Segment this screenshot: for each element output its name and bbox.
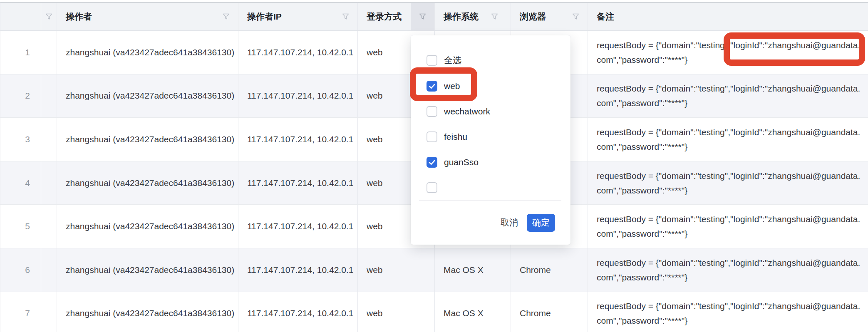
cell-remark: requestBody = {"domain":"testing","login… [588,205,868,248]
row-index: 3 [0,118,41,161]
cell-operator-ip: 117.147.107.214, 10.42.0.1 [238,205,357,248]
column-title-operator-ip: 操作者IP [247,11,342,22]
cell-remark: requestBody = {"domain":"testing","login… [588,161,868,205]
table-row: 7 zhangshuai (va423427adec641a38436130) … [0,292,868,332]
cell-remark: requestBody = {"domain":"testing","login… [588,292,868,332]
column-title-login-method: 登录方式 [358,11,411,22]
checkbox[interactable] [427,131,437,142]
cell-operator: zhangshuai (va423427adec641a38436130) [57,248,238,292]
checkbox[interactable] [427,157,437,168]
cell-operator-ip: 117.147.107.214, 10.42.0.1 [238,292,357,332]
cell-operator-ip: 117.147.107.214, 10.42.0.1 [238,161,357,205]
cell-prefilter [41,118,57,161]
cancel-button[interactable]: 取消 [501,217,518,228]
annotation-box-loginid [724,32,865,66]
header-cell-operator-ip: 操作者IP [238,3,357,30]
filter-option-label: guanSso [444,157,479,167]
cell-operator-ip: 117.147.107.214, 10.42.0.1 [238,74,357,118]
filter-dropdown: 全选 web wechatwork feishu guanSso [411,35,570,245]
cell-operator-ip: 117.147.107.214, 10.42.0.1 [238,31,357,74]
cell-login-method: web [357,248,434,292]
confirm-button[interactable]: 确定 [527,214,555,232]
filter-icon[interactable] [342,13,349,20]
cell-prefilter [41,31,57,74]
table-header: 操作者 操作者IP 登录方式 操作系统 浏览器 [0,2,868,31]
cell-prefilter [41,292,57,332]
column-title-remark: 备注 [597,11,868,22]
checkbox[interactable] [427,106,437,117]
checkbox[interactable] [427,55,437,66]
cell-remark: requestBody = {"domain":"testing","login… [588,118,868,161]
table-row: 6 zhangshuai (va423427adec641a38436130) … [0,248,868,292]
header-cell-prefilter [41,3,57,30]
cell-prefilter [41,161,57,205]
filter-icon[interactable] [223,13,230,20]
filter-icon[interactable] [45,13,52,20]
cell-os: Mac OS X [434,292,511,332]
row-index: 7 [0,292,41,332]
filter-icon[interactable] [491,13,498,20]
filter-icon[interactable] [572,13,579,20]
cell-operator-ip: 117.147.107.214, 10.42.0.1 [238,118,357,161]
checkbox[interactable] [427,182,437,193]
row-index: 5 [0,205,41,248]
header-cell-login-method: 登录方式 [357,3,434,30]
cell-operator: zhangshuai (va423427adec641a38436130) [57,74,238,118]
filter-option-empty[interactable] [411,175,570,200]
cell-operator-ip: 117.147.107.214, 10.42.0.1 [238,248,357,292]
cell-operator: zhangshuai (va423427adec641a38436130) [57,292,238,332]
filter-option-label: feishu [444,132,467,142]
row-index: 4 [0,161,41,205]
row-index: 2 [0,74,41,118]
header-cell-operator: 操作者 [57,3,238,30]
filter-option-label: wechatwork [444,107,490,116]
header-cell-remark: 备注 [588,3,868,30]
filter-icon-active[interactable] [419,13,426,20]
filter-option-feishu[interactable]: feishu [411,124,570,149]
filter-option-wechatwork[interactable]: wechatwork [411,99,570,124]
row-index: 1 [0,31,41,74]
header-cell-browser: 浏览器 [511,3,588,30]
header-cell-os: 操作系统 [434,3,511,30]
cell-remark: requestBody = {"domain":"testing","login… [588,74,868,118]
cell-os: Mac OS X [434,248,511,292]
audit-log-table-page: 操作者 操作者IP 登录方式 操作系统 浏览器 [0,0,868,332]
cell-browser: Chrome [511,292,588,332]
column-title-browser: 浏览器 [520,11,572,22]
check-icon [427,157,436,168]
column-title-operator: 操作者 [66,11,223,22]
cell-operator: zhangshuai (va423427adec641a38436130) [57,205,238,248]
cell-login-method: web [357,292,434,332]
filter-option-label: 全选 [444,55,461,66]
cell-operator: zhangshuai (va423427adec641a38436130) [57,31,238,74]
cell-remark: requestBody = {"domain":"testing","login… [588,248,868,292]
active-filter-zone[interactable] [411,3,434,30]
annotation-box-web-option [410,67,477,101]
cell-browser: Chrome [511,248,588,292]
column-title-os: 操作系统 [444,11,491,22]
filter-dropdown-footer: 取消 确定 [411,201,570,245]
cell-prefilter [41,205,57,248]
cell-operator: zhangshuai (va423427adec641a38436130) [57,118,238,161]
cell-prefilter [41,74,57,118]
header-cell-index [0,3,41,30]
cell-operator: zhangshuai (va423427adec641a38436130) [57,161,238,205]
filter-option-guansso[interactable]: guanSso [411,149,570,175]
cell-prefilter [41,248,57,292]
row-index: 6 [0,248,41,292]
